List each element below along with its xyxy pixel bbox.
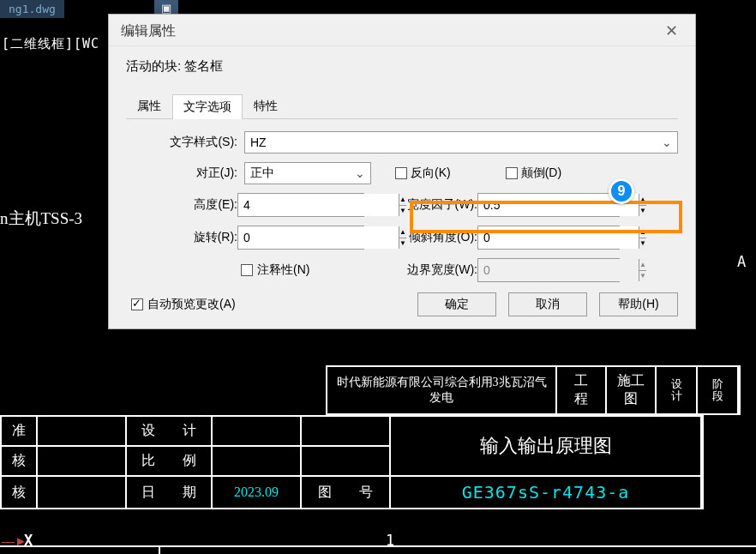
spinner-up-icon: ▲ — [639, 259, 646, 271]
tb-r1b: 设 计 — [126, 416, 212, 446]
tb-r3d: 图 号 — [301, 476, 390, 509]
help-button[interactable]: 帮助(H) — [599, 292, 678, 316]
edit-attribute-dialog: 编辑属性 ✕ 活动的块: 签名框 属性 文字选项 特性 文字样式(S): HZ … — [108, 14, 696, 329]
drawing-text-tss: n主机TSS-3 — [0, 208, 82, 230]
reverse-label: 反向(K) — [411, 166, 451, 181]
oblique-input[interactable] — [478, 226, 639, 249]
tab-strip: 属性 文字选项 特性 — [126, 93, 678, 119]
spinner-up-icon[interactable]: ▲ — [639, 194, 646, 206]
tb-center-title: 输入输出原理图 — [390, 416, 702, 476]
textstyle-select[interactable]: HZ ⌄ — [244, 131, 678, 154]
tutorial-badge-9: 9 — [609, 178, 634, 204]
tb-r2b: 比 例 — [126, 446, 212, 476]
reverse-checkbox[interactable] — [395, 167, 407, 179]
annotative-label: 注释性(N) — [257, 262, 309, 278]
cancel-button[interactable]: 取消 — [508, 292, 587, 316]
rotation-label: 旋转(R): — [126, 230, 237, 245]
tb-proj: 工 程 — [556, 366, 606, 414]
height-label: 高度(E): — [126, 197, 237, 213]
file-tab[interactable]: ng1.dwg — [0, 0, 64, 18]
auto-preview-checkbox[interactable] — [131, 298, 143, 310]
annotative-checkbox[interactable] — [241, 264, 253, 276]
upside-checkbox[interactable] — [506, 167, 518, 179]
upside-label: 颠倒(D) — [521, 166, 561, 181]
dialog-title: 编辑属性 — [121, 22, 176, 40]
active-block-name: 签名框 — [184, 58, 223, 75]
tab-icon: ▣ — [161, 2, 171, 15]
justify-label: 对正(J): — [126, 166, 237, 181]
tb-design-small: 设 计 — [656, 366, 697, 414]
boundary-input — [478, 259, 639, 281]
boundary-label: 边界宽度(W): — [392, 262, 477, 278]
tb-r3a: 核 — [1, 476, 37, 509]
chevron-down-icon: ⌄ — [660, 135, 674, 149]
widthfactor-label: 宽度因子(W): — [392, 197, 477, 213]
tb-stage-small: 阶 段 — [697, 366, 739, 414]
widthfactor-spinner[interactable]: ▲ ▼ — [477, 193, 620, 217]
tb-r1a: 准 — [1, 416, 37, 446]
tb-dwgno: GE367sS-r4743-a — [390, 476, 702, 509]
justify-select[interactable]: 正中 ⌄ — [244, 162, 371, 184]
height-spinner[interactable]: ▲ ▼ — [237, 193, 364, 217]
chevron-down-icon: ⌄ — [353, 166, 367, 180]
viewport-label: [二维线框][WC — [2, 36, 99, 52]
oblique-spinner[interactable]: ▲ ▼ — [477, 226, 620, 250]
close-icon[interactable]: ✕ — [660, 21, 683, 40]
tab-properties[interactable]: 特性 — [243, 93, 289, 118]
ok-button[interactable]: 确定 — [417, 292, 496, 316]
axis-a: A — [737, 253, 746, 270]
tb-date: 2023.09 — [212, 476, 301, 509]
justify-value: 正中 — [250, 166, 274, 181]
rotation-input[interactable] — [238, 226, 399, 249]
rotation-spinner[interactable]: ▲ ▼ — [237, 226, 364, 250]
spinner-up-icon[interactable]: ▲ — [639, 226, 646, 238]
tb-r2a: 核 — [1, 446, 37, 476]
textstyle-label: 文字样式(S): — [126, 135, 237, 150]
axis-line — [0, 545, 756, 547]
spinner-down-icon[interactable]: ▼ — [639, 238, 646, 250]
tb-r3b: 日 期 — [126, 476, 212, 509]
tab-text-options[interactable]: 文字选项 — [172, 94, 243, 119]
active-block-label: 活动的块: — [126, 58, 181, 75]
tb-project-title: 时代新能源有限公司综合利用3兆瓦沼气发电 — [327, 366, 556, 414]
height-input[interactable] — [238, 194, 399, 216]
spinner-down-icon: ▼ — [639, 271, 646, 282]
spinner-down-icon[interactable]: ▼ — [639, 206, 646, 217]
auto-preview-label: 自动预览更改(A) — [147, 297, 236, 312]
textstyle-value: HZ — [250, 135, 267, 149]
tb-constr: 施工图 — [606, 366, 656, 414]
axis-tick — [159, 545, 160, 554]
tab-attributes[interactable]: 属性 — [126, 93, 172, 118]
boundary-spinner: ▲ ▼ — [477, 258, 620, 282]
oblique-label: 倾斜角度(O): — [392, 230, 477, 245]
